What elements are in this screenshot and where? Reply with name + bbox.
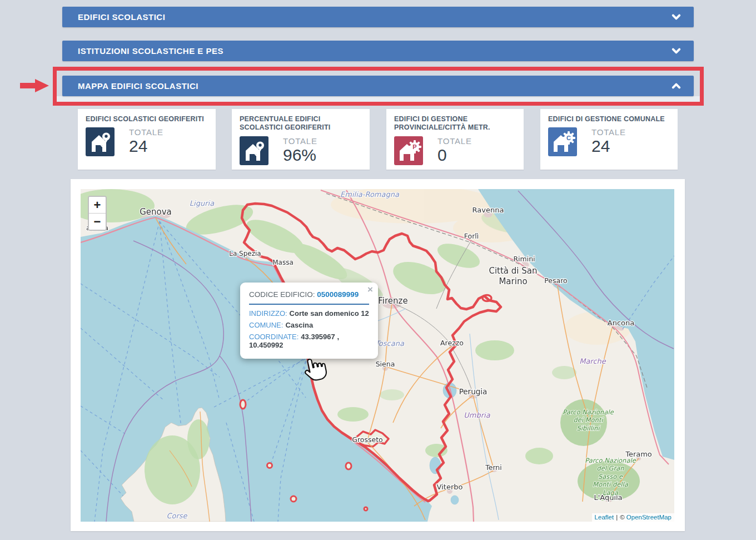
popup-close-icon[interactable]: × — [367, 285, 373, 294]
stat-card-georiferiti: EDIFICI SCOLASTICI GEORIFERITI TOTALE 24 — [78, 109, 216, 170]
map-label: Corse — [166, 512, 187, 520]
expanded-panel-top-strip — [57, 96, 700, 102]
total-value: 24 — [591, 138, 626, 155]
stat-card-gestione-comunale: EDIFICI DI GESTIONE COMUNALE C — [540, 109, 678, 170]
popup-code-line: CODICE EDIFICIO: 0500089999 — [249, 290, 369, 299]
total-label: TOTALE — [283, 136, 317, 146]
map-label: Terni — [485, 463, 502, 472]
map-label: La Spezia — [229, 250, 261, 257]
svg-text:P: P — [412, 143, 416, 150]
leaflet-map[interactable]: GenovaavonaLa SpeziaMassaFirenzeRavennaF… — [81, 189, 674, 522]
dashboard-page: EDIFICI SCOLASTICI ISTITUZIONI SCOLASTIC… — [0, 0, 756, 540]
map-label: Siena — [376, 360, 395, 368]
stat-title: EDIFICI DI GESTIONE COMUNALE — [548, 115, 670, 123]
map-label: Perugia — [459, 387, 488, 396]
zoom-in-button[interactable]: + — [89, 197, 106, 214]
map-label: Grosseto — [352, 435, 382, 444]
building-geolocation-icon — [86, 127, 115, 156]
stat-title: EDIFICI DI GESTIONE PROVINCIALE/CITTÀ ME… — [394, 115, 516, 132]
map-label: Firenze — [378, 296, 407, 306]
stat-card-gestione-provinciale: EDIFICI DI GESTIONE PROVINCIALE/CITTÀ ME… — [386, 109, 524, 170]
map-zoom-control: + − — [88, 196, 107, 231]
popup-row-coordinate: COORDINATE:43.395967 , 10.450992 — [249, 333, 369, 349]
chevron-up-icon — [671, 81, 682, 91]
map-label: Forlì — [464, 232, 479, 240]
total-label: TOTALE — [129, 127, 163, 137]
stat-card-percentuale-georiferiti: PERCENTUALE EDIFICI SCOLASTICI GEORIFERI… — [232, 109, 370, 170]
openstreetmap-link[interactable]: OpenStreetMap — [626, 514, 672, 521]
map-popup: CODICE EDIFICIO: 0500089999 INDIRIZZO:Co… — [240, 283, 378, 359]
map-label: Genova — [140, 207, 172, 217]
total-label: TOTALE — [591, 127, 626, 137]
stat-title: EDIFICI SCOLASTICI GEORIFERITI — [86, 115, 208, 123]
accordion-title: ISTITUZIONI SCOLASTICHE E PES — [78, 41, 223, 61]
map-label: Umbria — [464, 411, 490, 419]
total-value: 96% — [283, 147, 317, 164]
building-gear-icon: P — [394, 136, 423, 165]
map-attribution: Leaflet|© OpenStreetMap — [592, 513, 674, 522]
building-geolocation-icon — [240, 136, 268, 165]
map-label: Viterbo — [437, 483, 463, 491]
accordion-edifici-scolastici[interactable]: EDIFICI SCOLASTICI — [62, 7, 694, 27]
stat-title: PERCENTUALE EDIFICI SCOLASTICI GEORIFERI… — [240, 115, 362, 132]
accordion-title: MAPPA EDIFICI SCOLASTICI — [78, 76, 198, 96]
building-gear-icon: C — [548, 127, 577, 156]
red-arrow-icon — [20, 77, 49, 94]
popup-row-indirizzo: INDIRIZZO:Corte san domenico 12 — [249, 309, 369, 318]
accordion-title: EDIFICI SCOLASTICI — [78, 7, 165, 27]
map-label: Pesaro — [544, 276, 567, 285]
popup-row-comune: COMUNE:Cascina — [249, 321, 369, 329]
map-label: Liguria — [190, 199, 215, 207]
chevron-down-icon — [671, 46, 682, 56]
popup-divider — [249, 304, 369, 305]
chevron-down-icon — [671, 12, 682, 22]
map-label: Marche — [579, 357, 606, 365]
map-label: Ravenna — [472, 206, 504, 214]
map-label: Massa — [272, 259, 294, 266]
popup-code-label: CODICE EDIFICIO: — [249, 290, 317, 299]
popup-code-link[interactable]: 0500089999 — [317, 290, 359, 299]
leaflet-link[interactable]: Leaflet — [595, 514, 614, 521]
total-value: 24 — [129, 138, 163, 155]
total-value: 0 — [437, 147, 472, 164]
map-label: Rimini — [513, 255, 535, 263]
accordion-mappa-edifici[interactable]: MAPPA EDIFICI SCOLASTICI — [62, 76, 694, 96]
map-label: Arezzo — [440, 339, 464, 347]
total-label: TOTALE — [437, 136, 472, 146]
map-label: Toscana — [375, 339, 405, 348]
accordion-istituzioni-scolastiche[interactable]: ISTITUZIONI SCOLASTICHE E PES — [62, 41, 694, 61]
zoom-out-button[interactable]: − — [89, 214, 106, 230]
map-label: Emilia-Romagna — [340, 190, 400, 199]
map-panel: GenovaavonaLa SpeziaMassaFirenzeRavennaF… — [71, 179, 685, 531]
map-label: Ancona — [608, 319, 634, 327]
svg-text:C: C — [566, 135, 571, 141]
